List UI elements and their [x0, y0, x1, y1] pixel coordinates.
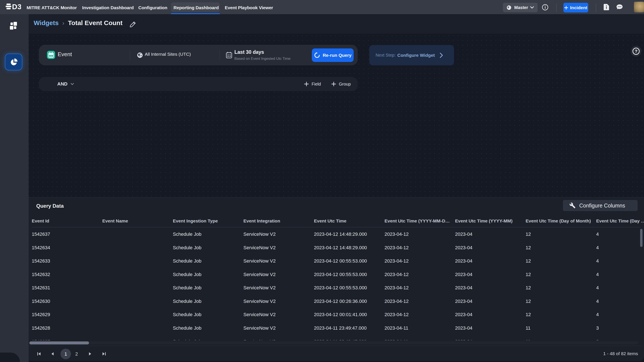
svg-text:?: ? — [635, 49, 637, 53]
svg-text:D3: D3 — [12, 3, 21, 9]
